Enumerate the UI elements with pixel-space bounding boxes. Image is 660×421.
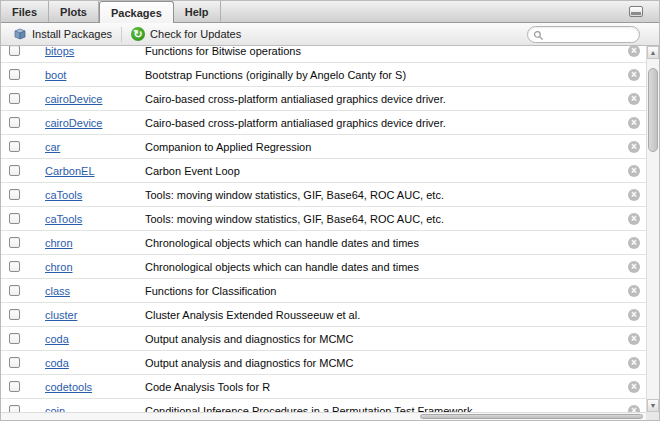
package-description: Tools: moving window statistics, GIF, Ba… (145, 189, 628, 201)
table-row-inner: caTools Tools: moving window statistics,… (9, 207, 640, 231)
package-checkbox[interactable] (9, 357, 20, 368)
vertical-scrollbar[interactable]: ▲ ▼ (646, 46, 659, 412)
package-link[interactable]: caTools (45, 189, 145, 201)
check-updates-button[interactable]: ↻ Check for Updates (124, 25, 248, 43)
package-checkbox[interactable] (9, 189, 20, 200)
remove-package-icon[interactable]: × (628, 69, 640, 81)
table-row-inner: cluster Cluster Analysis Extended Rousse… (9, 303, 640, 327)
table-row-inner: boot Bootstrap Functions (originally by … (9, 63, 640, 87)
remove-package-icon[interactable]: × (628, 333, 640, 345)
package-description: Cairo-based cross-platform antialiased g… (145, 93, 628, 105)
table-row-inner: chron Chronological objects which can ha… (9, 231, 640, 255)
package-description: Tools: moving window statistics, GIF, Ba… (145, 213, 628, 225)
table-row-inner: class Functions for Classification × (9, 279, 640, 303)
package-checkbox[interactable] (9, 46, 20, 56)
package-checkbox[interactable] (9, 285, 20, 296)
package-checkbox[interactable] (9, 261, 20, 272)
table-row-inner: codetools Code Analysis Tools for R × (9, 375, 640, 399)
package-checkbox[interactable] (9, 141, 20, 152)
scrollbar-corner (646, 412, 659, 420)
horizontal-scrollbar-thumb[interactable] (420, 414, 643, 419)
package-description: Carbon Event Loop (145, 165, 628, 177)
remove-package-icon[interactable]: × (628, 213, 640, 225)
package-link[interactable]: codetools (45, 381, 145, 393)
search-box (527, 26, 640, 43)
package-description: Chronological objects which can handle d… (145, 261, 628, 273)
toolbar-separator (121, 27, 122, 42)
table-row: caTools Tools: moving window statistics,… (1, 207, 646, 231)
package-description: Output analysis and diagnostics for MCMC (145, 333, 628, 345)
package-checkbox[interactable] (9, 381, 20, 392)
tab-help[interactable]: Help (174, 1, 221, 22)
table-row-inner: cairoDevice Cairo-based cross-platform a… (9, 111, 640, 135)
remove-package-icon[interactable]: × (628, 46, 640, 57)
scroll-up-icon[interactable]: ▲ (647, 46, 659, 59)
table-row-inner: cairoDevice Cairo-based cross-platform a… (9, 87, 640, 111)
package-checkbox[interactable] (9, 117, 20, 128)
remove-package-icon[interactable]: × (628, 117, 640, 129)
package-link[interactable]: cairoDevice (45, 117, 145, 129)
package-checkbox[interactable] (9, 405, 20, 412)
package-link[interactable]: bitops (45, 46, 145, 57)
package-link[interactable]: class (45, 285, 145, 297)
package-description: Output analysis and diagnostics for MCMC (145, 357, 628, 369)
package-link[interactable]: chron (45, 261, 145, 273)
table-row: coda Output analysis and diagnostics for… (1, 351, 646, 375)
package-link[interactable]: car (45, 141, 145, 153)
install-packages-label: Install Packages (32, 28, 112, 40)
remove-package-icon[interactable]: × (628, 93, 640, 105)
tab-bar: FilesPlotsPackagesHelp (1, 1, 659, 23)
remove-package-icon[interactable]: × (628, 357, 640, 369)
table-row-inner: chron Chronological objects which can ha… (9, 255, 640, 279)
vertical-scrollbar-thumb[interactable] (648, 68, 658, 152)
remove-package-icon[interactable]: × (628, 189, 640, 201)
package-table: bitops Functions for Bitwise operations … (1, 46, 646, 412)
package-description: Companion to Applied Regression (145, 141, 628, 153)
horizontal-scrollbar[interactable] (1, 412, 646, 420)
minimize-icon[interactable] (629, 6, 643, 17)
package-link[interactable]: coin (45, 405, 145, 413)
table-row: caTools Tools: moving window statistics,… (1, 183, 646, 207)
package-link[interactable]: coda (45, 357, 145, 369)
package-link[interactable]: CarbonEL (45, 165, 145, 177)
package-checkbox[interactable] (9, 333, 20, 344)
package-link[interactable]: boot (45, 69, 145, 81)
package-checkbox[interactable] (9, 165, 20, 176)
tab-packages[interactable]: Packages (99, 1, 174, 23)
remove-package-icon[interactable]: × (628, 309, 640, 321)
table-row: cluster Cluster Analysis Extended Rousse… (1, 303, 646, 327)
table-row-inner: car Companion to Applied Regression × (9, 135, 640, 159)
package-checkbox[interactable] (9, 237, 20, 248)
remove-package-icon[interactable]: × (628, 405, 640, 413)
table-row: chron Chronological objects which can ha… (1, 255, 646, 279)
package-link[interactable]: coda (45, 333, 145, 345)
package-link[interactable]: cluster (45, 309, 145, 321)
tab-plots[interactable]: Plots (49, 1, 99, 22)
package-description: Conditional Inference Procedures in a Pe… (145, 405, 628, 413)
search-icon (533, 30, 544, 41)
remove-package-icon[interactable]: × (628, 165, 640, 177)
package-checkbox[interactable] (9, 69, 20, 80)
package-checkbox[interactable] (9, 309, 20, 320)
remove-package-icon[interactable]: × (628, 237, 640, 249)
table-row: class Functions for Classification × (1, 279, 646, 303)
scroll-down-icon[interactable]: ▼ (647, 399, 659, 412)
package-checkbox[interactable] (9, 93, 20, 104)
package-link[interactable]: cairoDevice (45, 93, 145, 105)
table-row-inner: coin Conditional Inference Procedures in… (9, 399, 640, 413)
package-description: Functions for Classification (145, 285, 628, 297)
tab-files[interactable]: Files (1, 1, 49, 22)
table-row: bitops Functions for Bitwise operations … (1, 46, 646, 63)
package-description: Cluster Analysis Extended Rousseeuw et a… (145, 309, 628, 321)
package-link[interactable]: chron (45, 237, 145, 249)
package-checkbox[interactable] (9, 213, 20, 224)
remove-package-icon[interactable]: × (628, 141, 640, 153)
package-description: Bootstrap Functions (originally by Angel… (145, 69, 628, 81)
package-link[interactable]: caTools (45, 213, 145, 225)
install-package-icon (13, 27, 27, 41)
remove-package-icon[interactable]: × (628, 261, 640, 273)
install-packages-button[interactable]: Install Packages (6, 25, 119, 43)
remove-package-icon[interactable]: × (628, 381, 640, 393)
remove-package-icon[interactable]: × (628, 285, 640, 297)
package-description: Code Analysis Tools for R (145, 381, 628, 393)
